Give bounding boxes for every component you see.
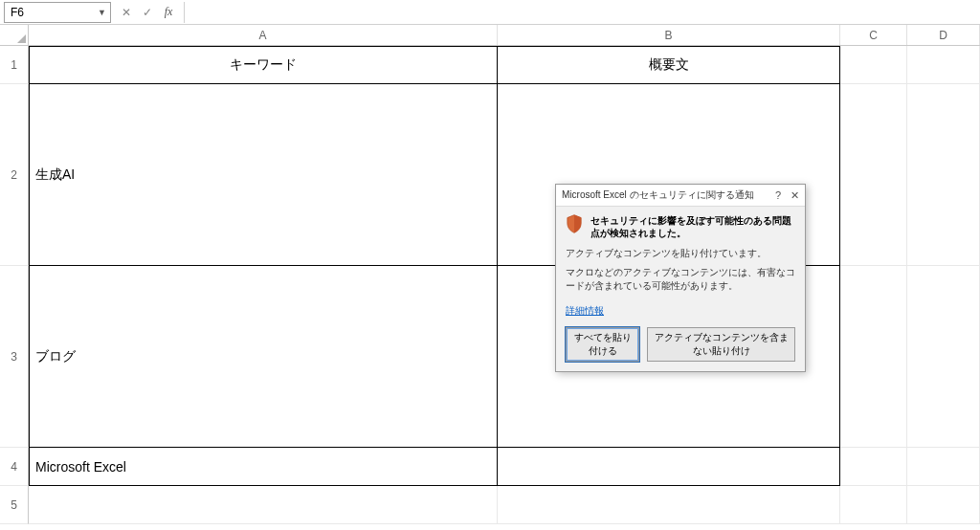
worksheet: A B C D 1 キーワード 概要文 2 生成AI 3 ブログ: [0, 25, 980, 524]
col-header-A[interactable]: A: [29, 25, 498, 45]
paste-all-button[interactable]: すべてを貼り付ける: [566, 327, 639, 362]
cell-A5[interactable]: [29, 486, 498, 524]
cell-D5[interactable]: [907, 486, 980, 524]
row-header-1[interactable]: 1: [0, 46, 29, 84]
col-header-C[interactable]: C: [840, 25, 907, 45]
cell-B5[interactable]: [498, 486, 840, 524]
cell-A3[interactable]: ブログ: [29, 266, 498, 448]
col-header-B[interactable]: B: [498, 25, 840, 45]
dialog-warning-text: セキュリティに影響を及ぼす可能性のある問題点が検知されました。: [590, 214, 795, 239]
select-all-corner[interactable]: [0, 25, 29, 45]
shield-icon: [566, 214, 583, 233]
fx-icon[interactable]: fx: [161, 5, 176, 19]
chevron-down-icon[interactable]: ▼: [98, 8, 106, 17]
row-5: 5: [0, 486, 980, 524]
paste-without-active-button[interactable]: アクティブなコンテンツを含まない貼り付け: [647, 327, 795, 362]
cell-A1[interactable]: キーワード: [29, 46, 498, 84]
cell-C3[interactable]: [840, 266, 907, 448]
row-3: 3 ブログ: [0, 266, 980, 448]
cell-B1[interactable]: 概要文: [498, 46, 840, 84]
cell-D1[interactable]: [907, 46, 980, 84]
dialog-paragraph-2: マクロなどのアクティブなコンテンツには、有害なコードが含まれている可能性がありま…: [566, 266, 795, 293]
col-header-D[interactable]: D: [907, 25, 980, 45]
column-headers: A B C D: [0, 25, 980, 46]
row-header-3[interactable]: 3: [0, 266, 29, 448]
row-2: 2 生成AI: [0, 84, 980, 266]
cell-B4[interactable]: [498, 448, 840, 486]
dialog-paragraph-1: アクティブなコンテンツを貼り付けています。: [566, 247, 795, 260]
security-dialog: Microsoft Excel のセキュリティに関する通知 ? ✕ セキュリティ…: [555, 184, 806, 372]
close-icon[interactable]: ✕: [791, 189, 799, 202]
row-1: 1 キーワード 概要文: [0, 46, 980, 84]
name-box[interactable]: F6 ▼: [4, 2, 111, 23]
formula-input[interactable]: [184, 2, 980, 23]
row-4: 4 Microsoft Excel: [0, 448, 980, 486]
cell-D4[interactable]: [907, 448, 980, 486]
cell-C5[interactable]: [840, 486, 907, 524]
cell-C2[interactable]: [840, 84, 907, 266]
cell-D3[interactable]: [907, 266, 980, 448]
row-header-5[interactable]: 5: [0, 486, 29, 524]
dialog-titlebar[interactable]: Microsoft Excel のセキュリティに関する通知 ? ✕: [556, 185, 805, 207]
formula-bar: F6 ▼ ✕ ✓ fx: [0, 0, 980, 25]
dialog-body: セキュリティに影響を及ぼす可能性のある問題点が検知されました。 アクティブなコン…: [556, 207, 805, 371]
accept-icon[interactable]: ✓: [140, 6, 155, 19]
dialog-title-text: Microsoft Excel のセキュリティに関する通知: [562, 188, 775, 202]
cell-D2[interactable]: [907, 84, 980, 266]
cell-C4[interactable]: [840, 448, 907, 486]
cell-A4[interactable]: Microsoft Excel: [29, 448, 498, 486]
name-box-value: F6: [11, 6, 24, 19]
help-icon[interactable]: ?: [775, 189, 781, 202]
formula-bar-controls: ✕ ✓ fx: [111, 5, 184, 19]
row-header-2[interactable]: 2: [0, 84, 29, 266]
row-header-4[interactable]: 4: [0, 448, 29, 486]
cell-A2[interactable]: 生成AI: [29, 84, 498, 266]
dialog-details-link[interactable]: 詳細情報: [566, 304, 604, 318]
cancel-icon[interactable]: ✕: [119, 6, 134, 19]
cell-C1[interactable]: [840, 46, 907, 84]
